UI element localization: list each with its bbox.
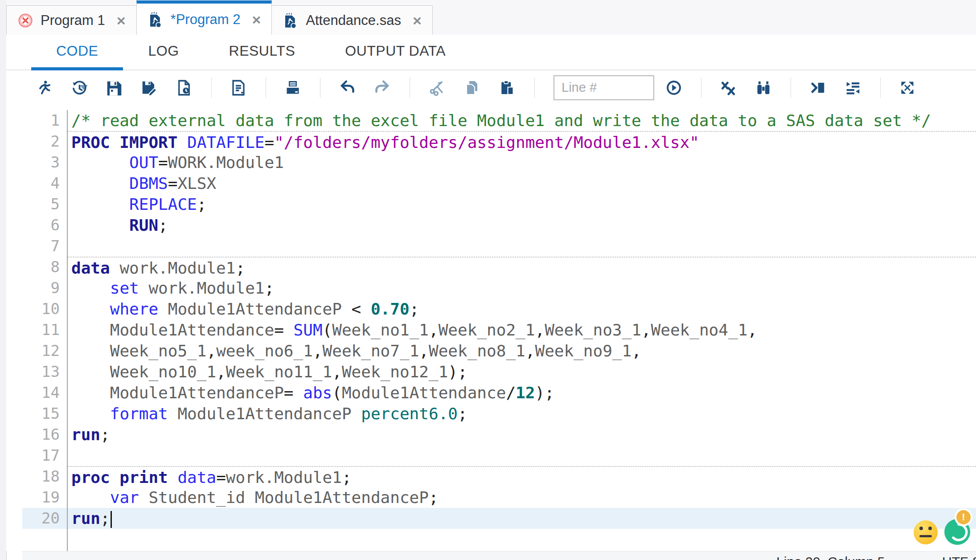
code-line[interactable]: 15 format Module1AttendanceP percent6.0; (22, 403, 976, 424)
line-number: 10 (22, 298, 68, 319)
view-subtabs: CODE LOG RESULTS OUTPUT DATA (6, 35, 976, 70)
redo-icon[interactable] (374, 80, 390, 96)
sas-program-icon (283, 12, 299, 29)
code-line[interactable]: 1/* read external data from the excel fi… (22, 110, 976, 131)
close-icon[interactable]: × (117, 13, 126, 28)
code-line[interactable]: 11 Module1Attendance= SUM(Week_no1_1,Wee… (22, 319, 976, 340)
paste-icon[interactable] (499, 80, 515, 96)
tab-output-data[interactable]: OUTPUT DATA (320, 35, 471, 70)
gutter-filler (22, 529, 976, 551)
code-editor[interactable]: 1/* read external data from the excel fi… (6, 105, 976, 551)
emoji-mouth (919, 535, 932, 537)
cursor-position-status: Line 20, Column 5 (776, 554, 885, 560)
toolbar-separator (791, 78, 791, 98)
line-number: 19 (22, 487, 68, 508)
maximize-view-icon[interactable] (899, 80, 915, 96)
line-number: 13 (22, 361, 68, 382)
code-line[interactable]: 4 DBMS=XLSX (22, 173, 976, 194)
goto-line-input[interactable] (554, 75, 654, 100)
line-number: 17 (22, 445, 68, 466)
find-replace-icon[interactable] (755, 80, 771, 96)
toolbar-separator (266, 78, 266, 98)
run-icon[interactable] (36, 80, 52, 96)
file-history-icon[interactable] (176, 80, 192, 96)
toolbar-separator (410, 78, 410, 98)
line-number (22, 529, 68, 551)
code-lines: 1/* read external data from the excel fi… (22, 105, 976, 551)
line-number: 9 (22, 278, 68, 298)
window-left-edge (0, 0, 7, 560)
code-line[interactable]: 10 where Module1AttendanceP < 0.70; (22, 298, 976, 319)
save-icon[interactable] (106, 80, 122, 96)
toolbar-separator (880, 78, 881, 98)
tab-code[interactable]: CODE (31, 35, 123, 70)
tab-program-2[interactable]: *Program 2 × (136, 0, 272, 35)
line-number: 11 (22, 319, 68, 340)
line-number: 8 (22, 257, 68, 278)
line-number: 15 (22, 403, 68, 424)
line-number: 18 (22, 466, 68, 487)
line-number: 5 (22, 194, 68, 215)
code-line[interactable]: 9 set work.Module1; (22, 278, 976, 298)
code-line[interactable]: 8data work.Module1; (22, 257, 976, 278)
close-icon[interactable]: × (252, 12, 261, 27)
editor-statusbar: Line 20, Column 5 UTF-8 (22, 551, 976, 560)
code-toolbar (6, 70, 976, 105)
line-number: 14 (22, 382, 68, 403)
error-circle-icon (17, 12, 33, 29)
toolbar-separator (534, 78, 535, 98)
notification-badge[interactable]: ! (955, 508, 972, 526)
text-cursor (111, 511, 112, 528)
feedback-emoji-icon[interactable] (914, 520, 938, 544)
tab-log[interactable]: LOG (123, 35, 204, 70)
line-number: 6 (22, 215, 68, 236)
tab-attendance-sas[interactable]: Attendance.sas × (271, 5, 433, 35)
clear-code-icon[interactable] (720, 80, 736, 96)
code-line[interactable]: 19 var Student_id Module1AttendanceP; (22, 487, 976, 508)
format-code-icon[interactable] (845, 80, 861, 96)
tab-label: Program 1 (41, 12, 105, 29)
code-line[interactable]: 5 REPLACE; (22, 194, 976, 215)
document-tabbar: Program 1 × *Program 2 × Attendance.sas … (6, 0, 976, 35)
line-number: 16 (22, 424, 68, 445)
toolbar-separator (320, 78, 320, 98)
toolbar-separator (211, 78, 212, 98)
code-line[interactable]: 3 OUT=WORK.Module1 (22, 152, 976, 173)
print-icon[interactable] (285, 80, 301, 96)
copy-icon[interactable] (464, 80, 480, 96)
code-line[interactable]: 20run; (22, 508, 976, 529)
code-line[interactable]: 6 RUN; (22, 215, 976, 236)
encoding-status: UTF-8 (942, 554, 976, 560)
emoji-eye (928, 527, 932, 530)
line-number: 4 (22, 173, 68, 194)
submission-history-icon[interactable] (71, 80, 87, 96)
code-line[interactable]: 13 Week_no10_1,Week_no11_1,Week_no12_1); (22, 361, 976, 382)
emoji-eye (919, 527, 923, 530)
line-number: 12 (22, 340, 68, 361)
insert-snippet-icon[interactable] (810, 80, 826, 96)
line-number: 7 (22, 236, 68, 257)
tab-label: *Program 2 (171, 12, 241, 28)
code-line[interactable]: 18proc print data=work.Module1; (22, 466, 976, 487)
tab-program-1[interactable]: Program 1 × (6, 5, 137, 35)
tab-results[interactable]: RESULTS (204, 35, 320, 70)
save-as-icon[interactable] (141, 80, 157, 96)
toolbar-separator (701, 78, 701, 98)
line-number: 20 (22, 508, 68, 529)
code-line[interactable]: 12 Week_no5_1,week_no6_1,Week_no7_1,Week… (22, 340, 976, 361)
line-number: 2 (22, 131, 68, 152)
code-line[interactable]: 7 (22, 236, 976, 257)
code-line[interactable]: 16run; (22, 424, 976, 445)
undo-icon[interactable] (339, 80, 355, 96)
code-line[interactable]: 17 (22, 445, 976, 466)
cut-icon[interactable] (429, 80, 445, 96)
tab-label: Attendance.sas (306, 12, 401, 29)
line-number: 3 (22, 152, 68, 173)
code-line[interactable]: 2PROC IMPORT DATAFILE="/folders/myfolder… (22, 131, 976, 152)
code-line[interactable]: 14 Module1AttendanceP= abs(Module1Attend… (22, 382, 976, 403)
close-icon[interactable]: × (413, 13, 422, 28)
sas-program-icon (148, 12, 164, 28)
goto-line-icon[interactable] (666, 80, 682, 96)
program-document-icon[interactable] (230, 80, 246, 96)
line-number: 1 (22, 110, 68, 131)
